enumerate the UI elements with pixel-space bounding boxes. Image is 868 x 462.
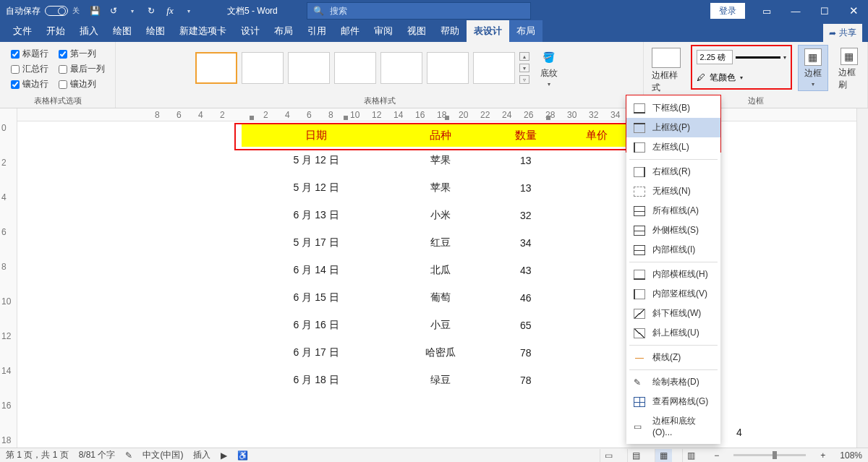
table-style-thumb[interactable] <box>195 52 237 84</box>
tab-review[interactable]: 审阅 <box>367 20 400 42</box>
table-cell[interactable]: 5 月 17 日 <box>242 229 391 257</box>
menu-item-outside[interactable]: 外侧框线(S) <box>626 221 720 240</box>
table-row[interactable]: 5 月 17 日红豆34 <box>242 229 632 257</box>
tab-newtab[interactable]: 新建选项卡 <box>172 20 234 42</box>
menu-item-options[interactable]: ▭边框和底纹(O)... <box>626 411 720 441</box>
table-cell[interactable] <box>561 229 632 257</box>
status-mode[interactable]: 插入 <box>193 449 210 461</box>
save-icon[interactable]: 💾 <box>85 0 104 22</box>
zoom-value[interactable]: 108% <box>840 450 862 461</box>
table-row[interactable]: 6 月 16 日小豆65 <box>242 312 632 339</box>
table-cell[interactable]: 苹果 <box>391 174 490 202</box>
table-style-thumb[interactable] <box>334 52 376 84</box>
table-cell[interactable] <box>561 339 632 367</box>
menu-item-hline[interactable]: 横线(Z) <box>626 348 720 367</box>
table-cell[interactable]: 6 月 13 日 <box>242 202 391 229</box>
check-banded-row[interactable]: 镶边行 <box>11 78 48 90</box>
check-header-row[interactable]: 标题行 <box>11 48 48 60</box>
undo-more-icon[interactable]: ▾ <box>123 0 142 22</box>
table-cell[interactable]: 哈密瓜 <box>391 339 490 367</box>
tab-layout[interactable]: 布局 <box>267 20 300 42</box>
table-cell[interactable]: 13 <box>490 174 561 202</box>
formula-icon[interactable]: fx <box>161 0 179 22</box>
table-cell[interactable]: 6 月 18 日 <box>242 367 391 394</box>
table-cell[interactable]: 46 <box>490 284 561 312</box>
table-cell[interactable]: 6 月 15 日 <box>242 284 391 312</box>
status-words[interactable]: 8/81 个字 <box>79 449 116 461</box>
status-page[interactable]: 第 1 页，共 1 页 <box>6 449 69 461</box>
print-layout-view-icon[interactable]: ▦ <box>655 449 672 462</box>
borders-split-button[interactable]: ▦ 边框 ▾ <box>798 45 828 91</box>
check-total-row[interactable]: 汇总行 <box>11 63 48 75</box>
table-cell[interactable]: 32 <box>490 202 561 229</box>
check-first-col[interactable]: 第一列 <box>59 48 96 60</box>
table-cell[interactable]: 13 <box>490 147 561 174</box>
vertical-scrollbar[interactable] <box>856 108 868 448</box>
tab-stop-icon[interactable] <box>249 115 255 121</box>
table-row[interactable]: 6 月 17 日哈密瓜78 <box>242 339 632 367</box>
menu-item-left[interactable]: 左框线(L) <box>626 137 720 157</box>
maximize-icon[interactable]: ☐ <box>810 0 839 22</box>
menu-item-diag_down[interactable]: 斜下框线(W) <box>626 304 720 323</box>
table-cell[interactable]: 小米 <box>391 202 490 229</box>
zoom-out-icon[interactable]: − <box>710 450 723 461</box>
check-last-col[interactable]: 最后一列 <box>59 63 105 75</box>
table-cell[interactable]: 65 <box>490 312 561 339</box>
web-layout-view-icon[interactable]: ▥ <box>682 449 699 462</box>
pen-color-dropdown[interactable]: 🖊 笔颜色 ▾ <box>697 69 786 85</box>
table-cell[interactable]: 6 月 16 日 <box>242 312 391 339</box>
read-view-icon[interactable]: ▤ <box>627 449 644 462</box>
data-table[interactable]: 日期品种数量单价 5 月 12 日苹果135 月 12 日苹果136 月 13 … <box>242 123 632 394</box>
macro-icon[interactable]: ▶ <box>221 450 227 461</box>
table-row[interactable]: 5 月 12 日苹果13 <box>242 174 632 202</box>
table-cell[interactable]: 绿豆 <box>391 367 490 394</box>
login-button[interactable]: 登录 <box>710 3 745 19</box>
tab-insert[interactable]: 插入 <box>72 20 106 42</box>
table-row[interactable]: 6 月 18 日绿豆78 <box>242 367 632 394</box>
tab-table-design[interactable]: 表设计 <box>467 20 509 42</box>
menu-item-inside_h[interactable]: 内部横框线(H) <box>626 265 720 284</box>
menu-item-inside_v[interactable]: 内部竖框线(V) <box>626 284 720 304</box>
tab-references[interactable]: 引用 <box>300 20 333 42</box>
tab-table-layout[interactable]: 布局 <box>509 20 542 42</box>
document-page[interactable]: 日期品种数量单价 5 月 12 日苹果135 月 12 日苹果136 月 13 … <box>155 123 705 394</box>
redo-icon[interactable]: ↻ <box>142 0 161 22</box>
spellcheck-icon[interactable]: ✎ <box>125 450 132 461</box>
table-style-more[interactable]: ▴▾▿ <box>519 52 529 84</box>
ribbon-display-options-icon[interactable]: ▭ <box>752 0 781 22</box>
menu-item-gridlines[interactable]: 查看网格线(G) <box>626 392 720 411</box>
table-cell[interactable]: 43 <box>490 257 561 284</box>
tab-help[interactable]: 帮助 <box>433 20 467 42</box>
table-cell[interactable]: 78 <box>490 367 561 394</box>
table-cell[interactable] <box>561 174 632 202</box>
table-row[interactable]: 5 月 12 日苹果13 <box>242 147 632 174</box>
menu-item-none[interactable]: 无框线(N) <box>626 181 720 201</box>
tab-view[interactable]: 视图 <box>400 20 433 42</box>
table-cell[interactable] <box>561 202 632 229</box>
menu-item-bottom[interactable]: 下框线(B) <box>626 98 720 118</box>
table-cell[interactable] <box>561 284 632 312</box>
table-cell[interactable]: 34 <box>490 229 561 257</box>
table-cell[interactable] <box>561 367 632 394</box>
tab-design[interactable]: 设计 <box>234 20 267 42</box>
menu-item-diag_up[interactable]: 斜上框线(U) <box>626 323 720 343</box>
tab-draw-2[interactable]: 绘图 <box>139 20 172 42</box>
table-cell[interactable]: 小豆 <box>391 312 490 339</box>
table-cell[interactable]: 北瓜 <box>391 257 490 284</box>
table-style-thumb[interactable] <box>427 52 469 84</box>
table-cell[interactable]: 5 月 12 日 <box>242 174 391 202</box>
border-painter-button[interactable]: ▦ 边框刷 <box>834 45 864 94</box>
share-button[interactable]: ➦共享 <box>823 24 862 42</box>
table-cell[interactable]: 葡萄 <box>391 284 490 312</box>
menu-item-right[interactable]: 右框线(R) <box>626 162 720 181</box>
minimize-icon[interactable]: ― <box>781 0 810 22</box>
menu-item-top[interactable]: 上框线(P) <box>626 118 720 137</box>
menu-item-draw[interactable]: ✎绘制表格(D) <box>626 372 720 392</box>
search-box[interactable]: 🔍 搜索 <box>307 2 531 20</box>
qat-customize-icon[interactable]: ▾ <box>179 0 198 22</box>
border-width-dropdown[interactable]: 2.25 磅 ▾ <box>697 49 786 65</box>
tab-stop-icon[interactable] <box>545 115 551 121</box>
check-banded-col[interactable]: 镶边列 <box>59 78 96 90</box>
table-cell[interactable] <box>561 147 632 174</box>
tab-file[interactable]: 文件 <box>6 20 39 42</box>
